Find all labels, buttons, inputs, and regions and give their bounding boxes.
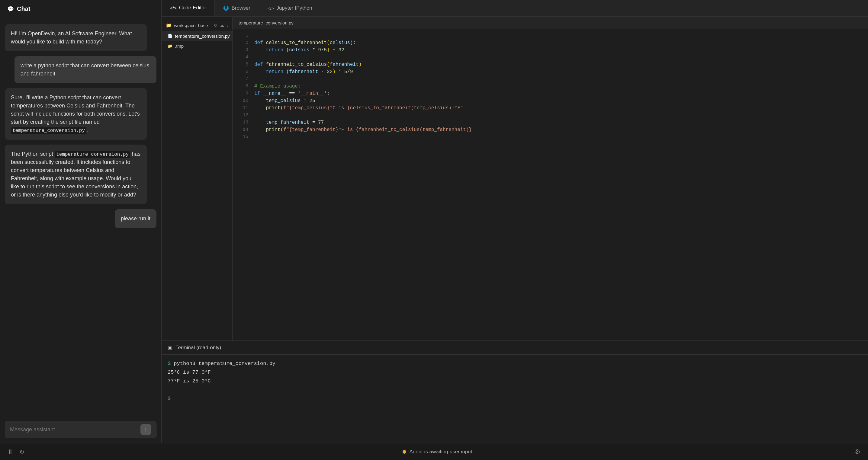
- py-file-icon: 📄: [167, 34, 173, 38]
- status-right: ⚙: [855, 448, 861, 456]
- tab-jupyter[interactable]: </> Jupyter IPython: [259, 0, 321, 16]
- code-line-9: 9 if __name__ == '__main__':: [232, 90, 868, 98]
- message-text-4a: The Python script: [11, 151, 55, 157]
- agent-status-text: Agent is awaiting user input...: [409, 449, 476, 455]
- code-line-2: 2 def celsius_to_fahrenheit(celsius):: [232, 39, 868, 47]
- chat-header: 💬 Chat: [0, 0, 161, 18]
- chat-messages: Hi! I'm OpenDevin, an AI Software Engine…: [0, 18, 161, 416]
- tab-code-editor[interactable]: </> Code Editor: [162, 0, 215, 16]
- pause-button[interactable]: ⏸: [7, 448, 13, 455]
- code-line-11: 11 print(f"{temp_celsius}°C is {celsius_…: [232, 105, 868, 112]
- file-tree-item-py[interactable]: 📄 temperature_conversion.py: [162, 31, 232, 41]
- status-controls: ⏸ ↻: [7, 448, 25, 456]
- code-line-13: 13 temp_fahrenheit = 77: [232, 119, 868, 127]
- user-message-container-1: write a python script that can convert b…: [5, 56, 156, 83]
- code-line-5: 5 def fahrenheit_to_celsius(fahrenheit):: [232, 61, 868, 68]
- chat-panel: 💬 Chat Hi! I'm OpenDevin, an AI Software…: [0, 0, 162, 443]
- file-tree-item-tmp[interactable]: 📁 .tmp: [162, 41, 232, 51]
- tabs-bar: </> Code Editor 🌐 Browser </> Jupyter IP…: [162, 0, 868, 17]
- jupyter-tab-icon: </>: [268, 6, 274, 11]
- settings-icon: ⚙: [855, 448, 861, 456]
- message-ai-2: Sure, I'll write a Python script that ca…: [5, 88, 147, 140]
- terminal-line-5: $: [167, 394, 862, 403]
- refresh-tree-icon[interactable]: ↻: [214, 23, 217, 28]
- chat-title: Chat: [17, 5, 30, 12]
- message-ai-3: The Python script temperature_conversion…: [5, 144, 147, 204]
- file-tree-header: 📁 workspace_base ↻ ☁ ‹: [162, 20, 232, 31]
- terminal-title: Terminal (read-only): [176, 345, 221, 351]
- code-inline-2: temperature_conversion.py: [55, 151, 130, 158]
- file-tree-controls: ↻ ☁ ‹: [214, 23, 228, 28]
- code-line-4: 4: [232, 54, 868, 61]
- message-ai-1: Hi! I'm OpenDevin, an AI Software Engine…: [5, 24, 147, 51]
- editor-area: 📁 workspace_base ↻ ☁ ‹ 📄 temperature_con…: [162, 17, 868, 340]
- status-dot: [403, 450, 406, 454]
- refresh-icon: ↻: [19, 448, 25, 456]
- status-bar: ⏸ ↻ Agent is awaiting user input... ⚙: [0, 443, 868, 460]
- right-panel: </> Code Editor 🌐 Browser </> Jupyter IP…: [162, 0, 868, 443]
- message-text-2: write a python script that can convert b…: [21, 63, 149, 77]
- upload-tree-icon[interactable]: ☁: [220, 23, 224, 28]
- message-text-4b: has been successfully created. It includ…: [11, 151, 141, 198]
- settings-button[interactable]: ⚙: [855, 448, 861, 456]
- refresh-button[interactable]: ↻: [19, 448, 25, 456]
- terminal-icon: ▣: [167, 344, 173, 351]
- tab-code-editor-label: Code Editor: [179, 5, 206, 11]
- code-editor-tab-icon: </>: [170, 5, 177, 10]
- send-button[interactable]: ↑: [141, 424, 151, 435]
- code-content: temperature_conversion.py 1 2 def celsiu…: [232, 17, 868, 340]
- message-user-2: please run it: [115, 209, 156, 228]
- status-center: Agent is awaiting user input...: [29, 449, 850, 455]
- folder-icon: 📁: [166, 23, 172, 28]
- terminal-line-3: 77°F is 25.0°C: [167, 377, 862, 386]
- code-line-12: 12: [232, 112, 868, 119]
- workspace-label: workspace_base: [174, 23, 208, 28]
- browser-tab-icon: 🌐: [223, 5, 229, 11]
- chat-input[interactable]: [10, 427, 137, 433]
- code-body[interactable]: 1 2 def celsius_to_fahrenheit(celsius): …: [232, 29, 868, 340]
- tmp-folder-icon: 📁: [167, 44, 173, 48]
- message-text-3a: Sure, I'll write a Python script that ca…: [11, 95, 140, 125]
- py-filename: temperature_conversion.py: [175, 33, 230, 39]
- code-filename-bar: temperature_conversion.py: [232, 17, 868, 29]
- tmp-foldername: .tmp: [175, 43, 184, 48]
- code-line-10: 10 temp_celsius = 25: [232, 98, 868, 105]
- collapse-tree-icon[interactable]: ‹: [226, 23, 228, 28]
- tab-browser-label: Browser: [231, 5, 250, 11]
- message-text-1: Hi! I'm OpenDevin, an AI Software Engine…: [11, 31, 132, 45]
- code-line-14: 14 print(f"{temp_fahrenheit}°F is {fahre…: [232, 127, 868, 134]
- terminal-body[interactable]: $ python3 temperature_conversion.py 25°C…: [162, 355, 868, 443]
- code-line-15: 15: [232, 134, 868, 141]
- send-icon: ↑: [145, 427, 147, 433]
- terminal-line-4: [167, 386, 862, 394]
- code-line-1: 1: [232, 32, 868, 39]
- code-filename: temperature_conversion.py: [239, 20, 293, 25]
- message-text-3b: .: [86, 127, 88, 133]
- code-line-6: 6 return (fahrenheit - 32) * 5/9: [232, 68, 868, 76]
- chat-input-wrapper: ↑: [5, 421, 156, 438]
- terminal-line-1: $ python3 temperature_conversion.py: [167, 360, 862, 368]
- code-line-7: 7: [232, 76, 868, 83]
- tab-jupyter-label: Jupyter IPython: [277, 5, 312, 11]
- terminal-header: ▣ Terminal (read-only): [162, 341, 868, 355]
- terminal-panel: ▣ Terminal (read-only) $ python3 tempera…: [162, 340, 868, 443]
- terminal-line-2: 25°C is 77.0°F: [167, 368, 862, 377]
- user-message-container-2: please run it: [5, 209, 156, 228]
- code-line-3: 3 return (celsius * 9/5) + 32: [232, 47, 868, 54]
- chat-input-area: ↑: [0, 416, 161, 443]
- pause-icon: ⏸: [7, 448, 13, 455]
- code-inline-1: temperature_conversion.py: [11, 127, 86, 134]
- tab-browser[interactable]: 🌐 Browser: [215, 0, 259, 16]
- message-user-1: write a python script that can convert b…: [14, 56, 156, 83]
- file-tree: 📁 workspace_base ↻ ☁ ‹ 📄 temperature_con…: [162, 17, 232, 340]
- code-line-8: 8 # Example usage:: [232, 83, 868, 90]
- chat-icon: 💬: [7, 6, 14, 12]
- message-text-5: please run it: [121, 216, 150, 222]
